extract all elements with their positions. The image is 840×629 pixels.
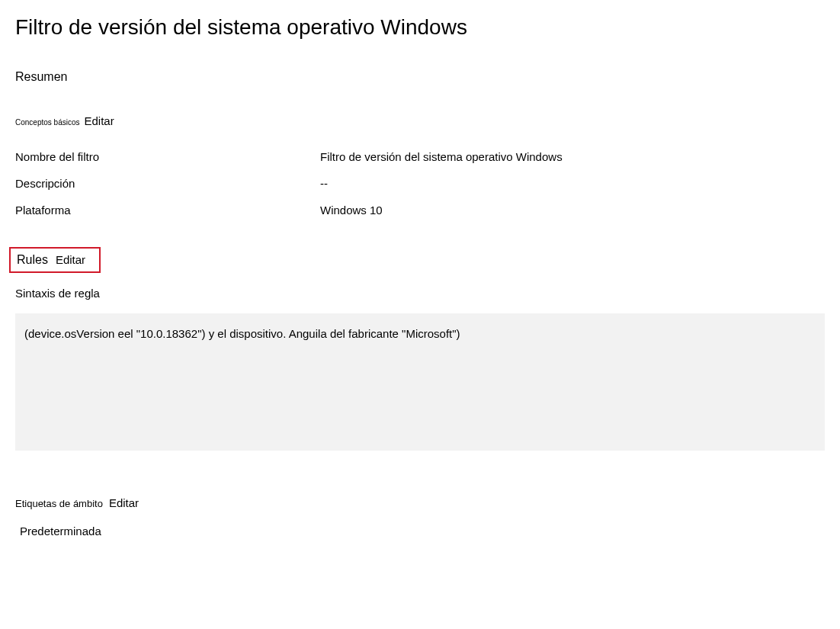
rules-label: Rules	[17, 253, 48, 267]
scope-tags-label: Etiquetas de ámbito	[15, 498, 103, 509]
filter-name-label: Nombre del filtro	[15, 150, 320, 163]
summary-heading: Resumen	[15, 70, 825, 84]
basics-section-header: Conceptos básicos Editar	[15, 114, 825, 127]
rules-edit-link[interactable]: Editar	[56, 253, 85, 266]
page-title: Filtro de versión del sistema operativo …	[15, 15, 825, 40]
rule-syntax-label: Sintaxis de regla	[15, 287, 825, 300]
description-value: --	[320, 177, 328, 190]
scope-tags-edit-link[interactable]: Editar	[109, 496, 139, 509]
basics-label: Conceptos básicos	[15, 118, 80, 127]
description-row: Descripción --	[15, 177, 825, 190]
description-label: Descripción	[15, 177, 320, 190]
scope-tag-default: Predeterminada	[20, 525, 825, 538]
filter-name-value: Filtro de versión del sistema operativo …	[320, 150, 563, 163]
platform-row: Plataforma Windows 10	[15, 204, 825, 217]
rule-syntax-box: (device.osVersion eel "10.0.18362") y el…	[15, 313, 825, 451]
platform-label: Plataforma	[15, 204, 320, 217]
rule-syntax-text: (device.osVersion eel "10.0.18362") y el…	[24, 327, 460, 340]
platform-value: Windows 10	[320, 204, 383, 217]
basics-edit-link[interactable]: Editar	[85, 114, 114, 127]
rules-section-header: Rules Editar	[9, 247, 101, 273]
basics-kv-rows: Nombre del filtro Filtro de versión del …	[15, 150, 825, 217]
scope-tags-section-header: Etiquetas de ámbito Editar	[15, 496, 825, 509]
filter-name-row: Nombre del filtro Filtro de versión del …	[15, 150, 825, 163]
